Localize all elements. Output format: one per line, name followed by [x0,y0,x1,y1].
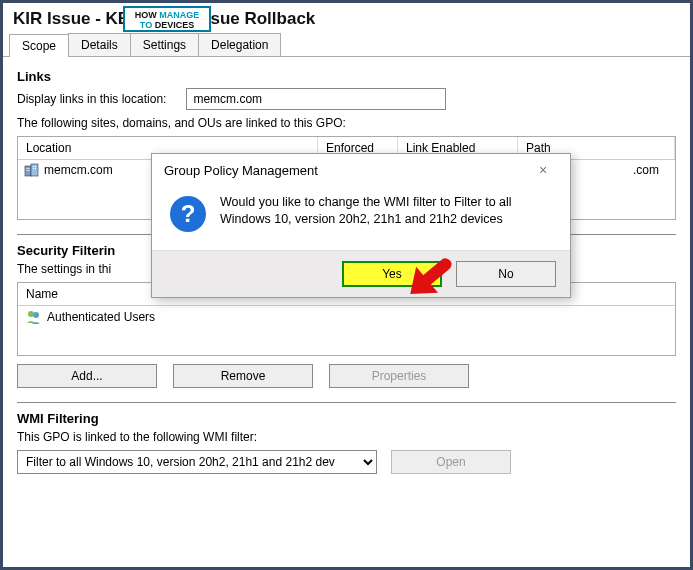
tab-settings[interactable]: Settings [130,33,199,56]
open-button: Open [391,450,511,474]
dialog-title: Group Policy Management [164,163,318,178]
svg-rect-5 [29,170,30,171]
row-location: memcm.com [44,163,113,177]
confirm-dialog: Group Policy Management × ? Would you li… [151,153,571,298]
no-button[interactable]: No [456,261,556,287]
wmi-intro: This GPO is linked to the following WMI … [17,430,676,444]
dialog-message: Would you like to change the WMI filter … [220,194,556,232]
title-prefix: KIR Issue - KB [13,9,130,28]
auth-users-text: Authenticated Users [47,310,155,324]
watermark-logo: HOW MANAGE TO DEVICES [123,6,211,32]
svg-rect-8 [33,168,34,169]
row-path-suffix: .com [633,163,669,177]
links-heading: Links [17,69,676,84]
svg-rect-4 [27,170,28,171]
wmi-heading: WMI Filtering [17,411,676,426]
list-item[interactable]: Authenticated Users [18,306,675,328]
close-icon[interactable]: × [526,162,560,178]
remove-button[interactable]: Remove [173,364,313,388]
svg-rect-0 [25,166,31,176]
svg-rect-7 [35,166,36,167]
users-icon [26,309,42,325]
svg-point-10 [28,311,34,317]
add-button[interactable]: Add... [17,364,157,388]
domain-icon [24,163,40,177]
tabs: Scope Details Settings Delegation [3,33,690,57]
title-suffix: Issue Rollback [196,9,315,28]
svg-rect-9 [35,168,36,169]
tab-details[interactable]: Details [68,33,131,56]
tab-scope[interactable]: Scope [9,34,69,57]
tab-delegation[interactable]: Delegation [198,33,281,56]
svg-rect-2 [27,168,28,169]
separator [17,402,676,403]
location-input[interactable] [186,88,446,110]
svg-point-11 [33,312,39,318]
question-icon: ? [170,196,206,232]
svg-rect-1 [31,164,38,176]
window-title: KIR Issue - KB Issue Rollback [3,3,690,33]
wmi-filter-select[interactable]: Filter to all Windows 10, version 20h2, … [17,450,377,474]
display-links-label: Display links in this location: [17,92,166,106]
svg-rect-6 [33,166,34,167]
properties-button: Properties [329,364,469,388]
yes-button[interactable]: Yes [342,261,442,287]
svg-rect-3 [29,168,30,169]
links-intro: The following sites, domains, and OUs ar… [17,116,676,130]
